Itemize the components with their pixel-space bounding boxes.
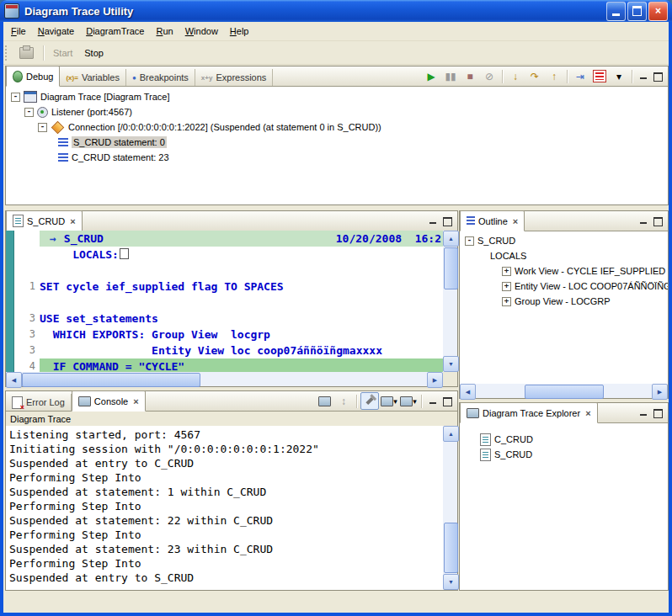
explorer-tree: C_CRUD S_CRUD — [460, 423, 668, 462]
code-area[interactable]: →S_CRUD 10/20/2008 16:2 LOCALS: 1 — [6, 231, 457, 386]
display-console-icon[interactable]: ▾ — [380, 392, 398, 410]
diagram-trace-icon[interactable] — [590, 67, 609, 85]
close-tab-icon[interactable]: × — [585, 409, 590, 417]
close-tab-icon[interactable]: × — [70, 217, 75, 226]
suspend-icon[interactable]: ▮▮ — [441, 67, 460, 85]
stop-button[interactable]: Stop — [78, 43, 109, 63]
clear-console-icon[interactable] — [315, 392, 333, 410]
tab-console[interactable]: Console × — [72, 390, 146, 412]
tree-row-frame-scrud[interactable]: S_CRUD statement: 0 — [6, 135, 668, 150]
main-toolbar: Start Stop — [3, 41, 669, 65]
collapse-icon[interactable] — [38, 123, 47, 132]
scroll-up-button[interactable]: ▲ — [443, 426, 459, 442]
explorer-icon — [467, 408, 479, 418]
tree-row-frame-ccrud[interactable]: C_CRUD statement: 23 — [6, 150, 668, 165]
menu-diagramtrace[interactable]: DiagramTrace — [80, 24, 150, 39]
start-button[interactable]: Start — [47, 43, 78, 63]
tab-diagram-trace-explorer[interactable]: Diagram Trace Explorer × — [460, 402, 598, 423]
console-line: Suspended at statement: 1 within C_CRUD — [9, 485, 443, 499]
scrollbar-thumb[interactable] — [444, 523, 458, 573]
outline-row-workview[interactable]: Work View - CYCLE IEF_SUPPLIED — [460, 263, 668, 279]
maximize-view-icon[interactable] — [440, 395, 455, 407]
scroll-right-button[interactable]: ▶ — [652, 384, 668, 400]
close-tab-icon[interactable]: × — [133, 397, 138, 406]
collapse-icon[interactable] — [24, 108, 34, 117]
scroll-right-button[interactable]: ▶ — [427, 372, 443, 388]
titlebar[interactable]: Diagram Trace Utility × — [0, 0, 672, 22]
minimize-view-icon[interactable] — [636, 406, 650, 419]
menu-navigate[interactable]: Navigate — [32, 24, 80, 39]
tree-row-connection[interactable]: Connection [/0:0:0:0:0:0:0:1:2022] (Susp… — [6, 119, 668, 135]
expand-icon[interactable] — [502, 282, 511, 291]
run-button[interactable] — [13, 43, 40, 63]
console-line: Suspended at entry to C_CRUD — [9, 456, 443, 470]
minimize-view-icon[interactable] — [425, 215, 440, 227]
scrollbar-thumb[interactable] — [22, 373, 200, 387]
maximize-button[interactable] — [627, 2, 647, 21]
minimize-view-icon[interactable] — [636, 70, 650, 82]
explorer-row-scrud[interactable]: S_CRUD — [460, 447, 668, 462]
minimize-button[interactable] — [606, 2, 626, 21]
tree-row-listener[interactable]: Listener (port:4567) — [6, 104, 668, 119]
tree-row-target[interactable]: Diagram Trace [Diagram Trace] — [6, 89, 668, 104]
expand-icon[interactable] — [502, 297, 511, 306]
close-button[interactable]: × — [648, 2, 668, 21]
tab-variables[interactable]: (x)= Variables — [60, 69, 126, 86]
disconnect-icon[interactable]: ⊘ — [480, 67, 499, 85]
console-line: Listening started, port: 4567 — [9, 427, 443, 442]
diagram-icon — [480, 449, 491, 461]
view-menu-icon[interactable]: ▾ — [610, 67, 628, 85]
editor-toolbar — [425, 215, 457, 227]
scroll-down-button[interactable]: ▼ — [443, 356, 459, 372]
pin-console-icon[interactable] — [360, 392, 379, 410]
tab-expressions[interactable]: x+y Expressions — [195, 69, 274, 86]
scrollbar-thumb[interactable] — [525, 385, 604, 399]
outline-tabrow: Outline × — [460, 211, 668, 231]
step-into-icon[interactable]: ↓ — [506, 67, 525, 85]
console-tabrow: Error Log Console × ↕ ▾ ▾ — [6, 391, 457, 412]
collapse-icon[interactable] — [465, 236, 474, 246]
minimize-view-icon[interactable] — [425, 395, 440, 407]
menu-window[interactable]: Window — [179, 24, 224, 39]
scroll-up-button[interactable]: ▲ — [443, 231, 459, 247]
toolbar-drag-handle[interactable] — [5, 45, 10, 61]
editor-line — [13, 263, 443, 279]
maximize-view-icon[interactable] — [440, 215, 455, 227]
maximize-view-icon[interactable] — [651, 406, 665, 419]
tab-outline[interactable]: Outline × — [460, 210, 525, 231]
terminate-icon[interactable]: ■ — [461, 67, 479, 85]
step-return-icon[interactable]: ↑ — [545, 67, 563, 85]
scroll-down-button[interactable]: ▼ — [443, 574, 459, 590]
scroll-left-button[interactable]: ◀ — [460, 384, 476, 400]
menu-help[interactable]: Help — [224, 24, 255, 39]
step-filters-icon[interactable]: ⇥ — [571, 67, 589, 85]
tab-scrud-editor[interactable]: S_CRUD × — [6, 210, 83, 231]
outline-row-locals[interactable]: LOCALS — [460, 248, 668, 263]
maximize-view-icon[interactable] — [651, 215, 665, 227]
explorer-view: Diagram Trace Explorer × C_CRUD S_CRUD — [459, 402, 669, 591]
menu-file[interactable]: File — [5, 24, 32, 39]
scrollbar-thumb[interactable] — [444, 247, 458, 289]
outline-row-entityview[interactable]: Entity View - LOC COOP07ÁÑÑÖÏÑGM — [460, 279, 668, 294]
minimize-view-icon[interactable] — [636, 215, 650, 227]
editor-line: LOCALS: — [13, 247, 443, 263]
tab-debug[interactable]: Debug — [6, 66, 60, 87]
editor-line: 3 Entity View loc coop07áññöïñgmaxxxx — [13, 343, 443, 358]
scroll-left-button[interactable]: ◀ — [6, 372, 22, 388]
expand-icon[interactable] — [502, 267, 511, 276]
collapse-icon[interactable] — [11, 93, 20, 102]
scroll-lock-icon[interactable]: ↕ — [334, 392, 353, 410]
close-tab-icon[interactable]: × — [513, 217, 518, 226]
outline-row-scrud[interactable]: S_CRUD — [460, 233, 668, 248]
resume-icon[interactable]: ▶ — [422, 67, 440, 85]
run-icon — [19, 47, 34, 59]
open-console-icon[interactable]: ▾ — [399, 392, 418, 410]
menu-run[interactable]: Run — [150, 24, 179, 39]
outline-icon — [467, 216, 475, 226]
explorer-row-ccrud[interactable]: C_CRUD — [460, 432, 668, 447]
tab-breakpoints[interactable]: ● Breakpoints — [126, 69, 195, 86]
maximize-view-icon[interactable] — [651, 70, 665, 82]
outline-row-groupview[interactable]: Group View - LOCGRP — [460, 294, 668, 309]
step-over-icon[interactable]: ↷ — [525, 67, 544, 85]
tab-error-log[interactable]: Error Log — [6, 394, 72, 411]
